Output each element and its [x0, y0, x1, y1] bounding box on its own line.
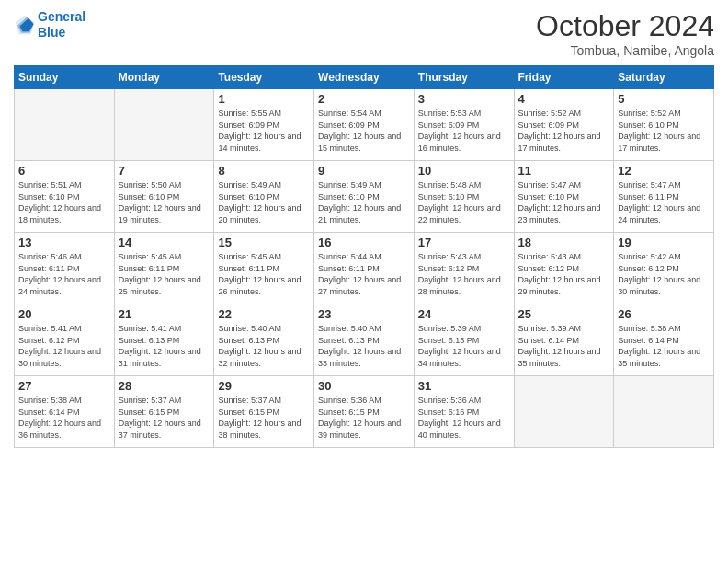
- calendar-cell: 21 Sunrise: 5:41 AMSunset: 6:13 PMDaylig…: [114, 304, 214, 376]
- logo: General Blue: [14, 9, 85, 40]
- day-number: 25: [518, 307, 610, 321]
- weekday-header-friday: Friday: [514, 66, 614, 89]
- day-number: 31: [418, 379, 510, 393]
- calendar-cell: 23 Sunrise: 5:40 AMSunset: 6:13 PMDaylig…: [314, 304, 415, 376]
- day-number: 15: [218, 236, 310, 249]
- calendar-cell: 11 Sunrise: 5:47 AMSunset: 6:10 PMDaylig…: [514, 161, 614, 233]
- day-number: 4: [518, 92, 610, 106]
- weekday-header-wednesday: Wednesday: [314, 66, 415, 89]
- weekday-header-thursday: Thursday: [414, 66, 514, 89]
- day-number: 18: [518, 236, 610, 249]
- logo-line2: Blue: [38, 25, 85, 40]
- day-number: 29: [218, 379, 310, 393]
- calendar-cell: 6 Sunrise: 5:51 AMSunset: 6:10 PMDayligh…: [15, 161, 115, 233]
- day-number: 21: [119, 307, 210, 321]
- day-info: Sunrise: 5:49 AMSunset: 6:10 PMDaylight:…: [218, 179, 310, 225]
- calendar-cell: 22 Sunrise: 5:40 AMSunset: 6:13 PMDaylig…: [214, 304, 314, 376]
- calendar-cell: [114, 89, 214, 161]
- day-info: Sunrise: 5:48 AMSunset: 6:10 PMDaylight:…: [418, 179, 510, 225]
- calendar-cell: 1 Sunrise: 5:55 AMSunset: 6:09 PMDayligh…: [214, 89, 314, 161]
- calendar-week-4: 20 Sunrise: 5:41 AMSunset: 6:12 PMDaylig…: [15, 304, 714, 376]
- calendar-cell: [15, 89, 115, 161]
- day-number: 13: [18, 236, 110, 249]
- calendar-week-2: 6 Sunrise: 5:51 AMSunset: 6:10 PMDayligh…: [15, 161, 714, 233]
- weekday-header-saturday: Saturday: [614, 66, 714, 89]
- day-number: 7: [119, 164, 210, 178]
- calendar-cell: [614, 376, 714, 448]
- day-info: Sunrise: 5:42 AMSunset: 6:12 PMDaylight:…: [618, 251, 710, 297]
- calendar-cell: 18 Sunrise: 5:43 AMSunset: 6:12 PMDaylig…: [514, 233, 614, 304]
- day-number: 6: [18, 164, 110, 178]
- calendar-cell: 29 Sunrise: 5:37 AMSunset: 6:15 PMDaylig…: [214, 376, 314, 448]
- day-number: 19: [618, 236, 710, 249]
- logo-text: General Blue: [38, 9, 85, 40]
- day-number: 3: [418, 92, 510, 106]
- calendar-cell: 3 Sunrise: 5:53 AMSunset: 6:09 PMDayligh…: [414, 89, 514, 161]
- day-number: 10: [418, 164, 510, 178]
- calendar-cell: [514, 376, 614, 448]
- day-info: Sunrise: 5:45 AMSunset: 6:11 PMDaylight:…: [119, 251, 210, 297]
- day-info: Sunrise: 5:39 AMSunset: 6:13 PMDaylight:…: [418, 323, 510, 369]
- day-info: Sunrise: 5:53 AMSunset: 6:09 PMDaylight:…: [418, 108, 510, 154]
- day-number: 22: [218, 307, 310, 321]
- day-number: 8: [218, 164, 310, 178]
- weekday-header-tuesday: Tuesday: [214, 66, 314, 89]
- day-number: 11: [518, 164, 610, 178]
- calendar-cell: 20 Sunrise: 5:41 AMSunset: 6:12 PMDaylig…: [15, 304, 115, 376]
- calendar-cell: 15 Sunrise: 5:45 AMSunset: 6:11 PMDaylig…: [214, 233, 314, 304]
- weekday-header-row: SundayMondayTuesdayWednesdayThursdayFrid…: [15, 66, 714, 89]
- calendar-cell: 27 Sunrise: 5:38 AMSunset: 6:14 PMDaylig…: [15, 376, 115, 448]
- calendar-cell: 31 Sunrise: 5:36 AMSunset: 6:16 PMDaylig…: [414, 376, 514, 448]
- day-info: Sunrise: 5:55 AMSunset: 6:09 PMDaylight:…: [218, 108, 310, 154]
- day-info: Sunrise: 5:45 AMSunset: 6:11 PMDaylight:…: [218, 251, 310, 297]
- calendar-cell: 26 Sunrise: 5:38 AMSunset: 6:14 PMDaylig…: [614, 304, 714, 376]
- calendar-title: October 2024: [536, 9, 714, 43]
- day-number: 24: [418, 307, 510, 321]
- day-info: Sunrise: 5:36 AMSunset: 6:15 PMDaylight:…: [318, 395, 410, 441]
- day-info: Sunrise: 5:46 AMSunset: 6:11 PMDaylight:…: [18, 251, 110, 297]
- calendar-week-1: 1 Sunrise: 5:55 AMSunset: 6:09 PMDayligh…: [15, 89, 714, 161]
- day-info: Sunrise: 5:36 AMSunset: 6:16 PMDaylight:…: [418, 395, 510, 441]
- day-info: Sunrise: 5:38 AMSunset: 6:14 PMDaylight:…: [18, 395, 110, 441]
- calendar-cell: 14 Sunrise: 5:45 AMSunset: 6:11 PMDaylig…: [114, 233, 214, 304]
- day-info: Sunrise: 5:37 AMSunset: 6:15 PMDaylight:…: [119, 395, 210, 441]
- calendar-cell: 30 Sunrise: 5:36 AMSunset: 6:15 PMDaylig…: [314, 376, 415, 448]
- title-block: October 2024 Tombua, Namibe, Angola: [536, 9, 714, 58]
- day-info: Sunrise: 5:41 AMSunset: 6:13 PMDaylight:…: [119, 323, 210, 369]
- calendar-cell: 4 Sunrise: 5:52 AMSunset: 6:09 PMDayligh…: [514, 89, 614, 161]
- day-info: Sunrise: 5:43 AMSunset: 6:12 PMDaylight:…: [518, 251, 610, 297]
- day-info: Sunrise: 5:52 AMSunset: 6:09 PMDaylight:…: [518, 108, 610, 154]
- day-info: Sunrise: 5:39 AMSunset: 6:14 PMDaylight:…: [518, 323, 610, 369]
- day-info: Sunrise: 5:44 AMSunset: 6:11 PMDaylight:…: [318, 251, 410, 297]
- weekday-header-monday: Monday: [114, 66, 214, 89]
- calendar-cell: 28 Sunrise: 5:37 AMSunset: 6:15 PMDaylig…: [114, 376, 214, 448]
- calendar-subtitle: Tombua, Namibe, Angola: [536, 43, 714, 58]
- calendar-cell: 24 Sunrise: 5:39 AMSunset: 6:13 PMDaylig…: [414, 304, 514, 376]
- day-info: Sunrise: 5:38 AMSunset: 6:14 PMDaylight:…: [618, 323, 710, 369]
- day-info: Sunrise: 5:47 AMSunset: 6:10 PMDaylight:…: [518, 179, 610, 225]
- calendar-cell: 5 Sunrise: 5:52 AMSunset: 6:10 PMDayligh…: [614, 89, 714, 161]
- header: General Blue October 2024 Tombua, Namibe…: [14, 9, 714, 58]
- calendar-week-3: 13 Sunrise: 5:46 AMSunset: 6:11 PMDaylig…: [15, 233, 714, 304]
- calendar-cell: 8 Sunrise: 5:49 AMSunset: 6:10 PMDayligh…: [214, 161, 314, 233]
- day-number: 20: [18, 307, 110, 321]
- day-number: 16: [318, 236, 410, 249]
- day-info: Sunrise: 5:50 AMSunset: 6:10 PMDaylight:…: [119, 179, 210, 225]
- page: General Blue October 2024 Tombua, Namibe…: [0, 0, 728, 563]
- calendar-cell: 2 Sunrise: 5:54 AMSunset: 6:09 PMDayligh…: [314, 89, 415, 161]
- day-number: 9: [318, 164, 410, 178]
- day-info: Sunrise: 5:49 AMSunset: 6:10 PMDaylight:…: [318, 179, 410, 225]
- day-number: 1: [218, 92, 310, 106]
- calendar-cell: 7 Sunrise: 5:50 AMSunset: 6:10 PMDayligh…: [114, 161, 214, 233]
- day-number: 28: [119, 379, 210, 393]
- day-info: Sunrise: 5:51 AMSunset: 6:10 PMDaylight:…: [18, 179, 110, 225]
- calendar-cell: 16 Sunrise: 5:44 AMSunset: 6:11 PMDaylig…: [314, 233, 415, 304]
- logo-icon: [14, 14, 36, 36]
- day-info: Sunrise: 5:47 AMSunset: 6:11 PMDaylight:…: [618, 179, 710, 225]
- day-number: 2: [318, 92, 410, 106]
- day-number: 14: [119, 236, 210, 249]
- day-number: 5: [618, 92, 710, 106]
- day-info: Sunrise: 5:40 AMSunset: 6:13 PMDaylight:…: [318, 323, 410, 369]
- day-number: 12: [618, 164, 710, 178]
- day-info: Sunrise: 5:43 AMSunset: 6:12 PMDaylight:…: [418, 251, 510, 297]
